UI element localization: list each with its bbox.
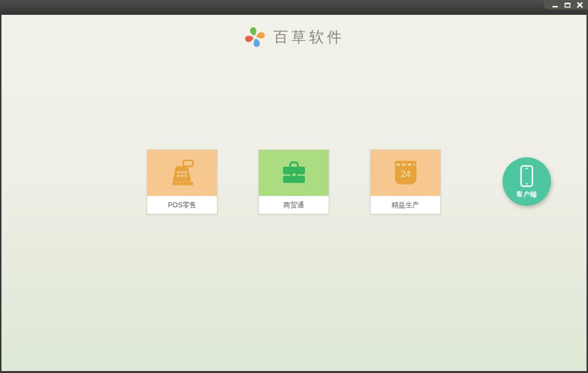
minimize-icon <box>552 2 558 8</box>
calendar-icon: 24 <box>393 160 418 186</box>
close-icon <box>577 2 583 8</box>
client-button-label: 客户端 <box>516 190 537 199</box>
brand-header: 百草软件 <box>1 26 587 48</box>
app-title: 百草软件 <box>274 27 345 47</box>
client-button[interactable]: 客户端 <box>503 157 551 206</box>
product-card-trade[interactable]: 商贸通 <box>258 149 329 214</box>
product-label-lean: 精益生产 <box>371 196 440 214</box>
close-button[interactable] <box>576 1 584 8</box>
pinwheel-logo-icon <box>244 26 266 48</box>
app-window-frame: 百草软件 <box>0 0 588 373</box>
product-card-lean[interactable]: 24 精益生产 <box>370 149 441 214</box>
maximize-icon <box>564 2 571 8</box>
calendar-day-number: 24 <box>401 169 411 179</box>
product-card-pos[interactable]: POS零售 <box>147 149 217 214</box>
product-label-pos: POS零售 <box>147 196 217 214</box>
product-tile-trade <box>259 150 329 196</box>
maximize-button[interactable] <box>564 1 571 8</box>
minimize-button[interactable] <box>551 1 559 8</box>
cash-register-icon <box>168 159 196 187</box>
product-label-trade: 商贸通 <box>259 196 329 214</box>
smartphone-icon <box>520 165 534 187</box>
briefcase-icon <box>281 161 307 185</box>
product-tile-lean: 24 <box>371 150 440 196</box>
window-controls-tab <box>544 0 588 9</box>
titlebar[interactable] <box>0 0 588 15</box>
main-content: 百草软件 <box>1 15 587 371</box>
product-tile-pos <box>147 150 217 196</box>
